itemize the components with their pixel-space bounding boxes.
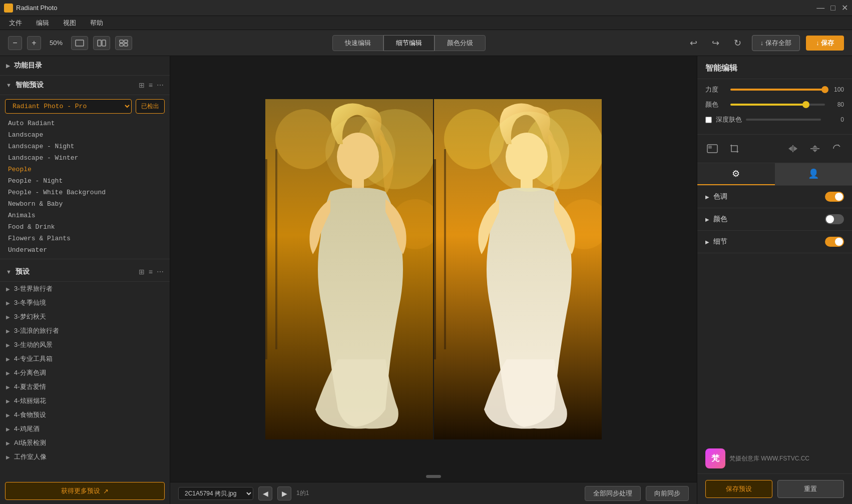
menu-edit[interactable]: 编辑 xyxy=(33,18,52,29)
detail-toggle[interactable] xyxy=(825,237,844,247)
preset-group-item[interactable]: ▶3-冬季仙境 xyxy=(0,296,170,310)
preset-group-item[interactable]: ▶4-分离色调 xyxy=(0,366,170,380)
depth-skin-track[interactable] xyxy=(746,119,821,121)
color-thumb[interactable] xyxy=(802,101,809,108)
list-view-icon[interactable]: ≡ xyxy=(149,81,153,89)
flip-h-tool[interactable] xyxy=(784,140,802,158)
get-more-label: 获得更多预设 xyxy=(61,486,100,495)
depth-skin-checkbox[interactable] xyxy=(705,117,712,123)
detected-button[interactable]: 已检出 xyxy=(136,99,165,114)
zoom-level: 50% xyxy=(46,39,66,47)
strength-track[interactable] xyxy=(730,89,825,91)
crop-tool[interactable] xyxy=(725,140,743,158)
feature-directory-section: ▶ 功能目录 xyxy=(0,56,170,76)
feature-directory-header[interactable]: ▶ 功能目录 xyxy=(0,56,170,76)
tone-header[interactable]: ▶ 色调 xyxy=(697,186,852,208)
preset-group-item[interactable]: ▶4-鸡尾酒 xyxy=(0,422,170,436)
save-all-button[interactable]: ↓ 保存全部 xyxy=(752,35,800,51)
save-button[interactable]: ↓ 保存 xyxy=(806,36,844,51)
image-adjust-tool[interactable] xyxy=(703,140,721,158)
tone-arrow: ▶ xyxy=(705,194,709,200)
strength-value: 100 xyxy=(830,86,844,93)
list-item[interactable]: Auto Radiant xyxy=(0,118,170,129)
external-link-icon: ↗ xyxy=(103,487,109,495)
tab-adjustments[interactable]: ⚙ xyxy=(697,163,775,185)
preset-group-item[interactable]: ▶3-梦幻秋天 xyxy=(0,310,170,324)
preset-group-item[interactable]: ▶4-夏古爱情 xyxy=(0,380,170,394)
presets-more-icon[interactable]: ⋯ xyxy=(157,268,164,276)
rotate-tool[interactable] xyxy=(828,140,846,158)
strength-thumb[interactable] xyxy=(821,86,828,93)
preset-selector-row: Radiant Photo - Pro 已检出 xyxy=(5,99,165,114)
color-label: 颜色 xyxy=(705,100,725,109)
close-button[interactable]: ✕ xyxy=(841,4,848,12)
scroll-indicator[interactable] xyxy=(426,475,441,478)
view-compare-button[interactable] xyxy=(115,36,132,50)
reset-button[interactable]: 重置 xyxy=(777,480,844,498)
preset-group-item[interactable]: ▶3-世界旅行者 xyxy=(0,282,170,296)
tab-quick-edit[interactable]: 快速编辑 xyxy=(332,35,383,51)
list-item[interactable]: Food & Drink xyxy=(0,221,170,233)
view-split-button[interactable] xyxy=(93,36,110,50)
redo-button[interactable]: ↪ xyxy=(708,35,724,51)
color-section-label: 颜色 xyxy=(713,215,825,224)
preset-group-item[interactable]: ▶4-炫丽烟花 xyxy=(0,394,170,408)
save-preset-button[interactable]: 保存预设 xyxy=(705,480,772,498)
filename-selector[interactable]: 2C1A5794 拷贝.jpg xyxy=(178,487,253,500)
view-single-button[interactable] xyxy=(71,36,88,50)
list-item[interactable]: People - Night xyxy=(0,175,170,187)
list-item[interactable]: Newborn & Baby xyxy=(0,198,170,210)
presets-grid-icon[interactable]: ⊞ xyxy=(139,268,145,276)
preset-group-item[interactable]: ▶AI场景检测 xyxy=(0,436,170,450)
list-item[interactable]: People - White Background xyxy=(0,187,170,198)
menu-help[interactable]: 帮助 xyxy=(87,18,106,29)
presets-title: 预设 xyxy=(16,267,139,276)
menu-view[interactable]: 视图 xyxy=(60,18,79,29)
color-section-header[interactable]: ▶ 颜色 xyxy=(697,208,852,230)
preset-dropdown[interactable]: Radiant Photo - Pro xyxy=(5,99,132,114)
list-item[interactable]: Animals xyxy=(0,210,170,221)
tab-color-grade[interactable]: 颜色分级 xyxy=(435,35,486,51)
refresh-button[interactable]: ↻ xyxy=(730,35,746,51)
preset-group-item[interactable]: ▶工作室人像 xyxy=(0,450,170,464)
tone-toggle[interactable] xyxy=(825,192,844,202)
svg-point-16 xyxy=(325,117,395,187)
sync-forward-button[interactable]: 向前同步 xyxy=(646,486,689,501)
presets-header[interactable]: ▼ 预设 ⊞ ≡ ⋯ xyxy=(0,262,170,282)
grid-view-icon[interactable]: ⊞ xyxy=(139,81,145,89)
flip-v-tool[interactable] xyxy=(806,140,824,158)
list-item-people[interactable]: People xyxy=(0,164,170,175)
next-image-button[interactable]: ▶ xyxy=(277,486,291,500)
depth-skin-label: 深度肤色 xyxy=(716,115,742,124)
preset-group-item[interactable]: ▶4-食物预设 xyxy=(0,408,170,422)
prev-image-button[interactable]: ◀ xyxy=(258,486,272,500)
list-item[interactable]: Underwater xyxy=(0,244,170,256)
zoom-in-button[interactable]: + xyxy=(27,36,41,50)
smart-preset-header[interactable]: ▼ 智能预设 ⊞ ≡ ⋯ xyxy=(0,76,170,95)
feature-dir-title: 功能目录 xyxy=(14,61,164,70)
list-item[interactable]: Flowers & Plants xyxy=(0,233,170,244)
list-item[interactable]: Landscape - Night xyxy=(0,141,170,152)
preset-group-item[interactable]: ▶3-生动的风景 xyxy=(0,338,170,352)
preset-group-item[interactable]: ▶3-流浪的旅行者 xyxy=(0,324,170,338)
presets-list-icon[interactable]: ≡ xyxy=(149,268,153,276)
titlebar: Radiant Photo — □ ✕ xyxy=(0,0,852,16)
maximize-button[interactable]: □ xyxy=(830,4,835,12)
tab-portrait[interactable]: 👤 xyxy=(775,163,853,185)
detail-header[interactable]: ▶ 细节 xyxy=(697,231,852,253)
tone-section: ▶ 色调 xyxy=(697,186,852,208)
color-value: 80 xyxy=(830,101,844,108)
preset-group-item[interactable]: ▶4-专业工具箱 xyxy=(0,352,170,366)
sync-all-button[interactable]: 全部同步处理 xyxy=(585,486,641,501)
list-item[interactable]: Landscape - Winter xyxy=(0,152,170,164)
minimize-button[interactable]: — xyxy=(816,4,824,12)
zoom-out-button[interactable]: − xyxy=(8,36,22,50)
list-item[interactable]: Landscape xyxy=(0,129,170,141)
more-options-icon[interactable]: ⋯ xyxy=(157,81,164,89)
undo-button[interactable]: ↩ xyxy=(686,35,702,51)
color-track[interactable] xyxy=(730,104,825,106)
menu-file[interactable]: 文件 xyxy=(6,18,25,29)
get-more-presets-button[interactable]: 获得更多预设 ↗ xyxy=(5,482,165,500)
tab-detail-edit[interactable]: 细节编辑 xyxy=(383,35,435,51)
color-toggle[interactable] xyxy=(825,214,844,224)
